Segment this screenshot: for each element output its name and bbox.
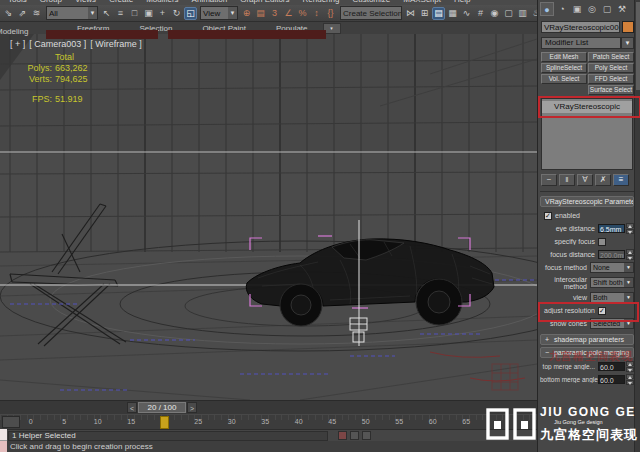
show-end-result-icon[interactable]: ‖: [559, 174, 575, 186]
menu-item[interactable]: MAXScript: [403, 0, 441, 4]
modifier-set-button[interactable]: Vol. Select: [541, 74, 587, 84]
unlink-selection-icon[interactable]: ⇗: [16, 7, 29, 20]
mirror-icon[interactable]: ⋈: [404, 7, 417, 20]
ribbon-toggle-icon[interactable]: ▦: [446, 7, 459, 20]
tab-hierarchy[interactable]: ▣: [570, 2, 584, 16]
snaps-toggle-icon[interactable]: 3: [268, 7, 281, 20]
focus-method-dropdown[interactable]: None ▼: [590, 262, 634, 273]
camera-viewport[interactable]: [ + ] [ Camera003 ] [ Wireframe ] Total …: [0, 34, 537, 400]
panel-scrollbar[interactable]: [634, 0, 640, 452]
bottom-merge-angle-field[interactable]: 60.0: [598, 375, 625, 384]
eye-distance-field[interactable]: 6.5mm: [598, 224, 625, 233]
select-and-scale-icon[interactable]: ◱: [184, 7, 197, 20]
window-crossing-icon[interactable]: ▣: [142, 7, 155, 20]
enabled-checkbox[interactable]: [544, 212, 552, 220]
time-slider[interactable]: < 20 / 100 >: [0, 400, 537, 414]
make-unique-icon[interactable]: ∀: [577, 174, 593, 186]
tab-create[interactable]: ●: [540, 2, 554, 16]
curve-editor-icon[interactable]: ∿: [460, 7, 473, 20]
render-setup-icon[interactable]: ▢: [502, 7, 515, 20]
prompt-line: Click and drag to begin creation process: [0, 441, 537, 452]
menu-item[interactable]: Group: [40, 0, 62, 4]
eye-distance-spinner[interactable]: [626, 223, 634, 234]
pin-stack-icon[interactable]: −: [541, 174, 557, 186]
schematic-view-icon[interactable]: #: [474, 7, 487, 20]
rendered-frame-icon[interactable]: ▥: [516, 7, 529, 20]
track-bar[interactable]: 05101520253035404550556065: [0, 414, 537, 429]
transform-type-in-icon[interactable]: [362, 431, 371, 440]
tab-modify[interactable]: ◔: [555, 2, 569, 16]
tab-motion[interactable]: ◎: [585, 2, 599, 16]
reference-coordinate-dropdown[interactable]: View▼: [200, 6, 238, 20]
chevron-down-icon: ▼: [88, 7, 97, 19]
rollout-shademap[interactable]: + shademap parameters: [540, 334, 634, 345]
maxscript-mini-listener[interactable]: [0, 429, 7, 452]
frame-tick-label: 5: [48, 418, 82, 425]
angle-snap-icon[interactable]: ∠: [282, 7, 295, 20]
modifier-set-button[interactable]: FFD Select: [588, 74, 634, 84]
time-slider-handle[interactable]: < 20 / 100 >: [127, 402, 197, 413]
material-editor-icon[interactable]: ◉: [488, 7, 501, 20]
expand-icon: +: [545, 335, 552, 345]
object-color-swatch[interactable]: [622, 21, 634, 33]
select-object-icon[interactable]: ↖: [100, 7, 113, 20]
adjust-resolution-checkbox[interactable]: [598, 307, 606, 315]
menu-item[interactable]: Help: [454, 0, 470, 4]
keyboard-override-icon[interactable]: ▤: [254, 7, 267, 20]
select-and-move-icon[interactable]: +: [156, 7, 169, 20]
object-name-field[interactable]: VRayStereoscopic001: [541, 21, 620, 33]
select-and-rotate-icon[interactable]: ↻: [170, 7, 183, 20]
tab-display[interactable]: ▢: [600, 2, 614, 16]
select-and-link-icon[interactable]: ⇘: [2, 7, 15, 20]
selection-region-icon[interactable]: □: [128, 7, 141, 20]
menu-item[interactable]: Tools: [8, 0, 27, 4]
specify-focus-checkbox[interactable]: [598, 238, 606, 246]
modifier-stack-entry[interactable]: VRayStereoscopic: [542, 101, 632, 113]
named-selection-sets-dropdown[interactable]: Create Selection Set▼: [340, 6, 402, 20]
select-by-name-icon[interactable]: ≡: [114, 7, 127, 20]
show-cones-dropdown[interactable]: Selected ▼: [590, 318, 634, 329]
layer-manager-icon[interactable]: ▤: [432, 7, 445, 20]
viewport-camera-menu[interactable]: [ Camera003 ]: [29, 39, 86, 49]
selection-filter-dropdown[interactable]: All▼: [46, 6, 98, 20]
next-frame-button[interactable]: >: [187, 402, 197, 413]
modifier-set-button[interactable]: Edit Mesh: [541, 52, 587, 62]
bind-to-space-warp-icon[interactable]: ≋: [30, 7, 43, 20]
tab-utilities[interactable]: ⚒: [615, 2, 629, 16]
absolute-offset-icon[interactable]: [350, 431, 359, 440]
modifier-list-dropdown[interactable]: Modifier List ▼: [541, 37, 634, 49]
percent-snap-icon[interactable]: %: [296, 7, 309, 20]
previous-frame-button[interactable]: <: [127, 402, 137, 413]
viewport-shading-menu[interactable]: [ Wireframe ]: [90, 39, 142, 49]
modifier-set-button[interactable]: Surface Select: [588, 85, 634, 95]
bottom-merge-angle-spinner[interactable]: [626, 374, 634, 385]
remove-modifier-icon[interactable]: ✗: [595, 174, 611, 186]
viewport-nav-menu[interactable]: [ + ]: [10, 39, 25, 49]
spinner-snap-icon[interactable]: ↕: [310, 7, 323, 20]
interocular-method-dropdown[interactable]: Shift both ▼: [590, 277, 634, 288]
selection-lock-icon[interactable]: [338, 431, 347, 440]
modifier-set-button[interactable]: Poly Select: [588, 63, 634, 73]
current-frame-marker[interactable]: [160, 416, 169, 429]
view-dropdown[interactable]: Both ▼: [590, 292, 634, 303]
modifier-set-button[interactable]: Patch Select: [588, 52, 634, 62]
menu-item[interactable]: Graph Editors: [240, 0, 289, 4]
align-icon[interactable]: ⊞: [418, 7, 431, 20]
chevron-down-icon: ▼: [624, 293, 633, 302]
select-and-manipulate-icon[interactable]: ⊕: [240, 7, 253, 20]
configure-modifier-sets-icon[interactable]: ≡: [613, 174, 629, 186]
menu-item[interactable]: Rendering: [303, 0, 340, 4]
focus-distance-spinner[interactable]: [626, 249, 634, 260]
menu-item[interactable]: Views: [75, 0, 96, 4]
menu-item[interactable]: Create: [109, 0, 133, 4]
rollout-vray-parameters[interactable]: VRayStereoscopic Parameters: [540, 196, 634, 207]
focus-distance-field[interactable]: 200.0mm: [598, 250, 625, 259]
menu-item[interactable]: Customize: [352, 0, 390, 4]
3ds-max-window: ToolsGroupViewsCreateModifiersAnimationG…: [0, 0, 640, 452]
named-selection-sets-icon[interactable]: {}: [324, 7, 337, 20]
menu-item[interactable]: Modifiers: [146, 0, 178, 4]
modifier-stack[interactable]: VRayStereoscopic: [541, 98, 633, 170]
modifier-set-button[interactable]: SplineSelect: [541, 63, 587, 73]
menu-item[interactable]: Animation: [192, 0, 228, 4]
tab-modeling[interactable]: Modeling: [0, 27, 28, 36]
